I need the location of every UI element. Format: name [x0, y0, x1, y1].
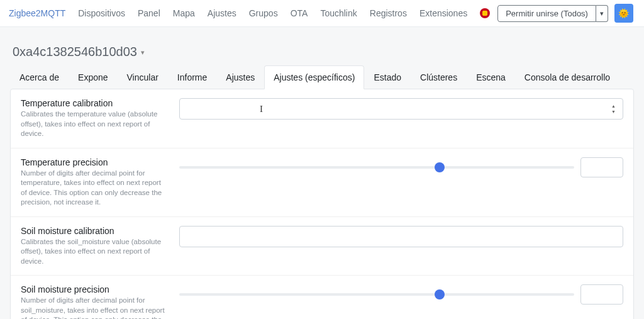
device-tabs: Acerca de Expone Vincular Informe Ajuste…: [10, 65, 634, 89]
slider-thumb[interactable]: [435, 289, 445, 299]
tab-devconsole[interactable]: Consola de desarrollo: [515, 65, 619, 89]
setting-desc: Number of digits after decimal point for…: [21, 169, 167, 208]
setting-control: [179, 157, 623, 177]
slider-track: [179, 293, 574, 296]
sun-icon: 🌞: [618, 8, 629, 18]
slider-track: [179, 166, 574, 169]
brand-link[interactable]: Zigbee2MQTT: [9, 8, 65, 18]
setting-title: Temperature precision: [21, 157, 167, 167]
setting-desc: Number of digits after decimal point for…: [21, 296, 167, 319]
tab-settings[interactable]: Ajustes: [216, 65, 264, 89]
permit-join-button[interactable]: Permitir unirse (Todos): [497, 5, 596, 22]
soil-moisture-precision-value[interactable]: [580, 284, 623, 305]
nav-registros[interactable]: Registros: [365, 6, 412, 21]
slider-thumb[interactable]: [435, 162, 445, 172]
tab-expose[interactable]: Expone: [69, 65, 117, 89]
setting-soil-moisture-calibration: Soil moisture calibration Calibrates the…: [11, 217, 633, 276]
setting-desc: Calibrates the temperature value (absolu…: [21, 109, 167, 139]
setting-temperature-calibration: Temperature calibration Calibrates the t…: [11, 89, 633, 148]
nav-ajustes[interactable]: Ajustes: [203, 6, 242, 21]
setting-title: Temperature calibration: [21, 98, 167, 108]
temperature-precision-slider[interactable]: [179, 161, 574, 174]
stepper-up-icon[interactable]: ▲: [611, 103, 620, 109]
nav-dispositivos[interactable]: Dispositivos: [73, 6, 130, 21]
soil-moisture-calibration-input[interactable]: [179, 226, 623, 247]
top-navbar: Zigbee2MQTT Dispositivos Panel Mapa Ajus…: [0, 0, 644, 27]
setting-label: Soil moisture calibration Calibrates the…: [21, 226, 167, 267]
nav-ota[interactable]: OTA: [286, 6, 313, 21]
setting-control: [179, 284, 623, 305]
nav-touchlink[interactable]: Touchlink: [315, 6, 362, 21]
permit-join-group: Permitir unirse (Todos) ▾: [497, 5, 608, 22]
locale-flag-icon[interactable]: [480, 8, 490, 18]
setting-title: Soil moisture calibration: [21, 226, 167, 236]
stepper-down-icon[interactable]: ▼: [611, 109, 620, 115]
temperature-precision-value[interactable]: [580, 157, 623, 177]
tab-scene[interactable]: Escena: [467, 65, 515, 89]
chevron-down-icon: ▾: [141, 48, 145, 56]
setting-label: Temperature calibration Calibrates the t…: [21, 98, 167, 139]
tab-clusters[interactable]: Clústeres: [411, 65, 467, 89]
setting-desc: Calibrates the soil_moisture value (abso…: [21, 237, 167, 267]
setting-soil-moisture-precision: Soil moisture precision Number of digits…: [11, 276, 633, 319]
setting-label: Soil moisture precision Number of digits…: [21, 284, 167, 319]
tab-bind[interactable]: Vincular: [118, 65, 168, 89]
nav-mapa[interactable]: Mapa: [168, 6, 200, 21]
chevron-down-icon: ▾: [600, 9, 604, 17]
setting-label: Temperature precision Number of digits a…: [21, 157, 167, 208]
tab-state[interactable]: Estado: [364, 65, 411, 89]
number-stepper[interactable]: ▲ ▼: [611, 101, 620, 117]
setting-title: Soil moisture precision: [21, 284, 167, 294]
settings-card: Temperature calibration Calibrates the t…: [10, 89, 634, 319]
setting-temperature-precision: Temperature precision Number of digits a…: [11, 148, 633, 217]
setting-control: [179, 226, 623, 247]
soil-moisture-precision-slider[interactable]: [179, 288, 574, 301]
theme-toggle-button[interactable]: 🌞: [614, 4, 633, 23]
tab-settings-specific[interactable]: Ajustes (específicos): [264, 65, 364, 89]
tab-report[interactable]: Informe: [168, 65, 216, 89]
device-title-dropdown[interactable]: 0xa4c1382546b10d03 ▾: [10, 33, 634, 65]
nav-panel[interactable]: Panel: [133, 6, 165, 21]
temperature-calibration-input[interactable]: I ▲ ▼: [179, 98, 623, 120]
page-container: 0xa4c1382546b10d03 ▾ Acerca de Expone Vi…: [0, 27, 644, 319]
setting-control: I ▲ ▼: [179, 98, 623, 120]
device-name: 0xa4c1382546b10d03: [13, 45, 137, 59]
text-cursor-icon: I: [260, 104, 263, 115]
nav-extensiones[interactable]: Extensiones: [414, 6, 472, 21]
permit-join-dropdown[interactable]: ▾: [596, 5, 608, 22]
nav-grupos[interactable]: Grupos: [244, 6, 283, 21]
tab-about[interactable]: Acerca de: [10, 65, 69, 89]
